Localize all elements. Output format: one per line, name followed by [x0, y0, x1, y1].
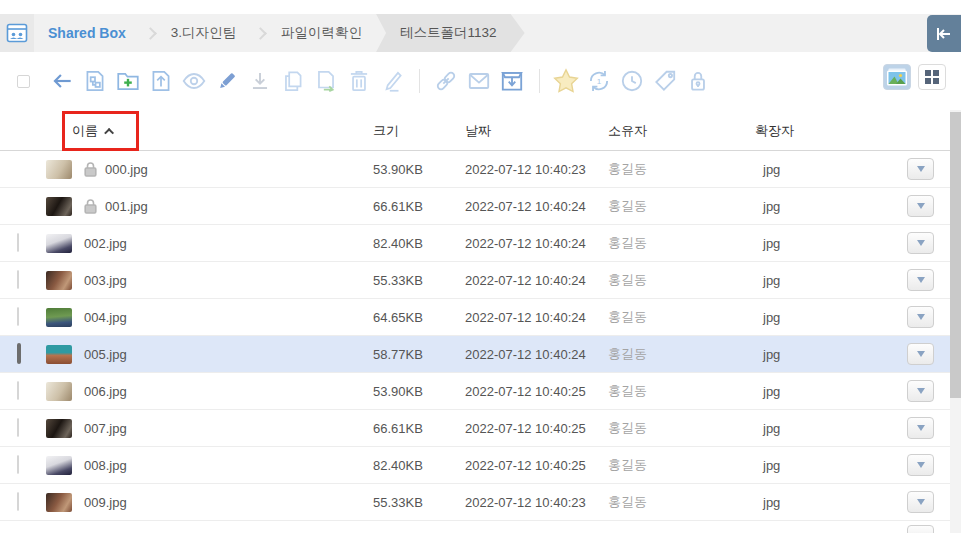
file-thumbnail [46, 160, 72, 179]
preview-button[interactable] [178, 66, 210, 96]
link-button[interactable] [430, 66, 462, 96]
row-menu-button[interactable] [907, 269, 934, 291]
row-menu-button[interactable] [907, 491, 934, 513]
file-thumbnail [46, 234, 72, 253]
file-lock-icon [84, 162, 97, 177]
mail-button[interactable] [463, 66, 495, 96]
tag-button[interactable] [649, 66, 681, 96]
file-name[interactable]: 007.jpg [84, 421, 127, 436]
row-checkbox[interactable] [17, 455, 19, 474]
row-menu-button[interactable] [907, 417, 934, 439]
file-owner: 홍길동 [608, 308, 755, 326]
row-checkbox[interactable] [17, 492, 19, 511]
breadcrumb: Shared Box 3.디자인팀 파일이력확인 테스트폴더1132 [0, 14, 961, 52]
file-date: 2022-07-12 10:40:23 [465, 162, 608, 177]
back-button[interactable] [46, 66, 78, 96]
table-row[interactable]: 009.jpg 55.33KB 2022-07-12 10:40:23 홍길동 … [0, 484, 950, 521]
file-ext: jpg [755, 199, 905, 214]
row-menu-button[interactable] [907, 380, 934, 402]
table-row[interactable]: 001.jpg 66.61KB 2022-07-12 10:40:24 홍길동 … [0, 188, 950, 225]
file-name[interactable]: 004.jpg [84, 310, 127, 325]
row-checkbox[interactable] [17, 233, 19, 252]
table-header: 이름 크기 날짜 소유자 확장자 [0, 112, 950, 151]
breadcrumb-current[interactable]: 테스트폴더1132 [376, 14, 525, 52]
file-name[interactable]: 002.jpg [84, 236, 127, 251]
file-name[interactable]: 001.jpg [105, 199, 148, 214]
grid-icon [924, 69, 940, 85]
file-size: 53.90KB [373, 162, 465, 177]
file-date: 2022-07-12 10:40:24 [465, 199, 608, 214]
row-menu-button[interactable] [907, 195, 934, 217]
clock-icon [619, 68, 645, 94]
delete-button[interactable] [343, 66, 375, 96]
row-menu-button[interactable] [907, 158, 934, 180]
table-row[interactable]: 008.jpg 82.40KB 2022-07-12 10:40:25 홍길동 … [0, 447, 950, 484]
move-button[interactable] [310, 66, 342, 96]
row-checkbox[interactable] [17, 381, 19, 400]
favorite-button[interactable] [550, 66, 582, 96]
rename-button[interactable] [211, 66, 243, 96]
file-ext: jpg [755, 236, 905, 251]
lock-button[interactable] [682, 66, 714, 96]
row-menu-button[interactable] [907, 343, 934, 365]
download-button[interactable] [244, 66, 276, 96]
partial-next-row [0, 521, 950, 533]
file-name[interactable]: 003.jpg [84, 273, 127, 288]
row-menu-button[interactable] [907, 525, 934, 533]
view-mode-group [883, 64, 946, 90]
scrollbar-thumb[interactable] [950, 112, 961, 398]
file-list: 000.jpg 53.90KB 2022-07-12 10:40:23 홍길동 … [0, 151, 950, 521]
file-date: 2022-07-12 10:40:25 [465, 384, 608, 399]
table-row[interactable]: 004.jpg 64.65KB 2022-07-12 10:40:24 홍길동 … [0, 299, 950, 336]
shared-box-icon[interactable] [0, 14, 34, 52]
file-name[interactable]: 000.jpg [105, 162, 148, 177]
sign-pen-icon [379, 68, 405, 94]
file-lock-icon [84, 199, 97, 214]
copy-button[interactable] [277, 66, 309, 96]
refresh-version-icon: 1 [586, 68, 612, 94]
version-button[interactable]: 1 [583, 66, 615, 96]
row-checkbox[interactable] [17, 270, 19, 289]
row-menu-button[interactable] [907, 306, 934, 328]
row-menu-button[interactable] [907, 232, 934, 254]
row-checkbox[interactable] [17, 343, 21, 364]
table-row[interactable]: 003.jpg 55.33KB 2022-07-12 10:40:24 홍길동 … [0, 262, 950, 299]
upload-button[interactable] [145, 66, 177, 96]
table-row[interactable]: 002.jpg 82.40KB 2022-07-12 10:40:24 홍길동 … [0, 225, 950, 262]
breadcrumb-root[interactable]: Shared Box [48, 25, 126, 41]
tag-icon [652, 68, 678, 94]
table-row[interactable]: 000.jpg 53.90KB 2022-07-12 10:40:23 홍길동 … [0, 151, 950, 188]
new-folder-button[interactable] [112, 66, 144, 96]
shared-box-file-manager: Shared Box 3.디자인팀 파일이력확인 테스트폴더1132 [0, 0, 961, 533]
table-row[interactable]: 007.jpg 66.61KB 2022-07-12 10:40:25 홍길동 … [0, 410, 950, 447]
image-view-button[interactable] [883, 64, 911, 90]
file-owner: 홍길동 [608, 493, 755, 511]
file-date: 2022-07-12 10:40:25 [465, 458, 608, 473]
column-header-ext[interactable]: 확장자 [755, 122, 905, 140]
breadcrumb-item-folder[interactable]: 파일이력확인 [281, 24, 362, 42]
column-header-owner[interactable]: 소유자 [608, 122, 755, 140]
column-header-size[interactable]: 크기 [373, 122, 465, 140]
row-menu-button[interactable] [907, 454, 934, 476]
row-checkbox[interactable] [17, 307, 19, 326]
shortcut-button[interactable] [79, 66, 111, 96]
move-icon [313, 68, 339, 94]
select-all-checkbox[interactable] [17, 75, 30, 88]
file-name[interactable]: 005.jpg [84, 347, 127, 362]
breadcrumb-item-team[interactable]: 3.디자인팀 [171, 24, 236, 42]
table-row[interactable]: 006.jpg 53.90KB 2022-07-12 10:40:25 홍길동 … [0, 373, 950, 410]
table-row[interactable]: 005.jpg 58.77KB 2022-07-12 10:40:24 홍길동 … [0, 336, 950, 373]
sign-button[interactable] [376, 66, 408, 96]
file-name[interactable]: 009.jpg [84, 495, 127, 510]
file-name[interactable]: 006.jpg [84, 384, 127, 399]
grid-view-button[interactable] [918, 64, 946, 90]
column-header-name[interactable]: 이름 [0, 122, 373, 140]
collapse-panel-button[interactable] [927, 15, 961, 52]
file-thumbnail [46, 419, 72, 438]
save-to-box-button[interactable] [496, 66, 528, 96]
column-header-date[interactable]: 날짜 [465, 122, 608, 140]
row-checkbox[interactable] [17, 418, 19, 437]
box-download-icon [499, 68, 525, 94]
history-button[interactable] [616, 66, 648, 96]
file-name[interactable]: 008.jpg [84, 458, 127, 473]
